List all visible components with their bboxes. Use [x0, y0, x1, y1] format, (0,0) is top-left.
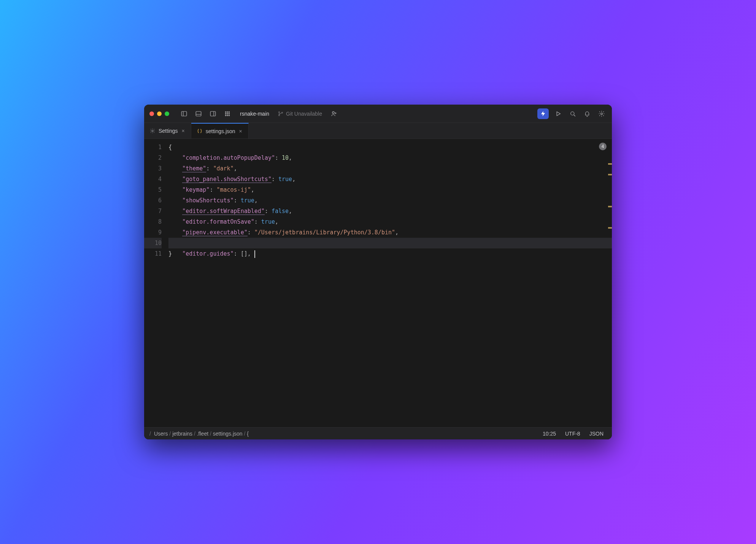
left-panel-icon[interactable] [179, 109, 189, 119]
search-icon[interactable] [568, 109, 578, 119]
tab-label: settings.json [206, 128, 235, 134]
bell-icon[interactable] [582, 109, 592, 119]
gear-icon[interactable] [597, 109, 607, 119]
svg-point-24 [601, 113, 603, 115]
token-punc: : [210, 186, 216, 193]
code-line[interactable]: "showShortcuts": true, [168, 195, 612, 206]
token-str: "dark" [213, 165, 233, 172]
code-line[interactable]: "pipenv.executable": "/Users/jetbrains/L… [168, 227, 612, 238]
project-name[interactable]: rsnake-main [240, 111, 269, 117]
token-key: "editor.formatOnSave" [182, 218, 254, 225]
breadcrumb-sep: / [168, 431, 172, 437]
code-line[interactable]: "theme": "dark", [168, 163, 612, 174]
minimap-mark[interactable] [608, 174, 612, 175]
run-icon[interactable] [553, 109, 563, 119]
token-punc: , [234, 165, 237, 172]
token-punc: , [254, 197, 258, 204]
line-number: 4 [144, 174, 162, 185]
token-punc: : [265, 208, 272, 215]
svg-point-16 [279, 115, 280, 116]
ai-button[interactable] [537, 108, 549, 119]
code-line[interactable]: "editor.softWrapEnabled": false, [168, 206, 612, 216]
zoom-window-button[interactable] [165, 111, 169, 116]
close-icon[interactable]: × [238, 127, 243, 135]
minimap-mark[interactable] [608, 206, 612, 207]
svg-point-8 [229, 111, 229, 112]
gutter: 1234567891011 [144, 139, 168, 427]
problems-badge[interactable]: 4 [599, 143, 607, 150]
editor[interactable]: 1234567891011 { "completion.autoPopupDel… [144, 139, 612, 427]
svg-point-7 [227, 111, 228, 112]
code-line[interactable]: { [168, 142, 612, 153]
line-number: 11 [144, 248, 162, 259]
text-cursor [253, 250, 257, 258]
minimap-mark[interactable] [608, 227, 612, 229]
apps-icon[interactable] [222, 109, 232, 119]
breadcrumb-sep: / [208, 431, 213, 437]
token-str: "macos-ij" [216, 186, 251, 193]
right-panel-icon[interactable] [208, 109, 218, 119]
token-brace: } [168, 250, 172, 257]
git-status[interactable]: Git Unavailable [278, 111, 322, 117]
close-window-button[interactable] [149, 111, 154, 116]
code-line[interactable]: "keymap": "macos-ij", [168, 185, 612, 195]
token-str: "/Users/jetbrains/Library/Python/3.8/bin… [254, 229, 395, 236]
traffic-lights [149, 111, 169, 116]
token-key: "theme" [182, 165, 206, 172]
token-key: "pipenv.executable" [182, 229, 248, 236]
breadcrumb-item[interactable]: .fleet [197, 431, 208, 437]
code-area[interactable]: { "completion.autoPopupDelay": 10, "them… [168, 139, 612, 427]
git-label: Git Unavailable [286, 111, 322, 117]
svg-point-9 [225, 113, 226, 114]
line-number: 8 [144, 216, 162, 227]
tab-settings[interactable]: Settings × [144, 123, 191, 138]
add-user-icon[interactable] [329, 109, 339, 119]
line-number: 1 [144, 142, 162, 153]
token-punc: , [275, 218, 278, 225]
breadcrumb-item[interactable]: settings.json [213, 431, 243, 437]
bottom-panel-icon[interactable] [194, 109, 203, 119]
svg-marker-21 [557, 111, 560, 116]
breadcrumb-item[interactable]: jetbrains [172, 431, 192, 437]
token-num: 10 [282, 154, 289, 161]
code-line[interactable]: "goto_panel.showShortcuts": true, [168, 174, 612, 185]
braces-icon [197, 128, 203, 134]
token-punc: : [275, 154, 282, 161]
status-bar: / Users / jetbrains / .fleet / settings.… [144, 427, 612, 439]
minimap-mark[interactable] [608, 163, 612, 165]
code-line[interactable]: "editor.formatOnSave": true, [168, 216, 612, 227]
token-bool: true [261, 218, 275, 225]
code-line[interactable]: "completion.autoPopupDelay": 10, [168, 153, 612, 163]
token-key: "editor.softWrapEnabled" [182, 208, 265, 215]
breadcrumb-item[interactable]: { [247, 431, 249, 437]
svg-point-25 [152, 130, 153, 132]
breadcrumb-sep: / [243, 431, 247, 437]
token-punc: : [272, 176, 278, 183]
token-punc: : [234, 250, 241, 257]
svg-point-22 [571, 111, 574, 115]
cursor-position[interactable]: 10:25 [540, 431, 559, 437]
tab-settings-json[interactable]: settings.json × [191, 123, 249, 138]
breadcrumb-item[interactable]: Users [154, 431, 168, 437]
svg-point-18 [332, 111, 334, 113]
line-number: 5 [144, 185, 162, 195]
token-bool: true [241, 197, 254, 204]
line-number: 9 [144, 227, 162, 238]
minimap[interactable] [607, 142, 612, 427]
title-bar: rsnake-main Git Unavailable [144, 105, 612, 123]
svg-point-6 [225, 111, 226, 112]
tab-bar: Settings × settings.json × [144, 123, 612, 139]
token-punc: , [248, 250, 251, 257]
svg-line-23 [574, 115, 575, 116]
encoding[interactable]: UTF-8 [562, 431, 583, 437]
close-icon[interactable]: × [181, 127, 186, 135]
token-key: "showShortcuts" [182, 197, 233, 204]
minimize-window-button[interactable] [157, 111, 162, 116]
tab-label: Settings [159, 128, 178, 134]
language-mode[interactable]: JSON [586, 431, 607, 437]
token-key: "keymap" [182, 186, 210, 193]
breadcrumb[interactable]: Users / jetbrains / .fleet / settings.js… [154, 431, 249, 437]
line-number: 3 [144, 163, 162, 174]
code-line[interactable]: "editor.guides": [], [168, 238, 612, 248]
line-number: 7 [144, 206, 162, 216]
